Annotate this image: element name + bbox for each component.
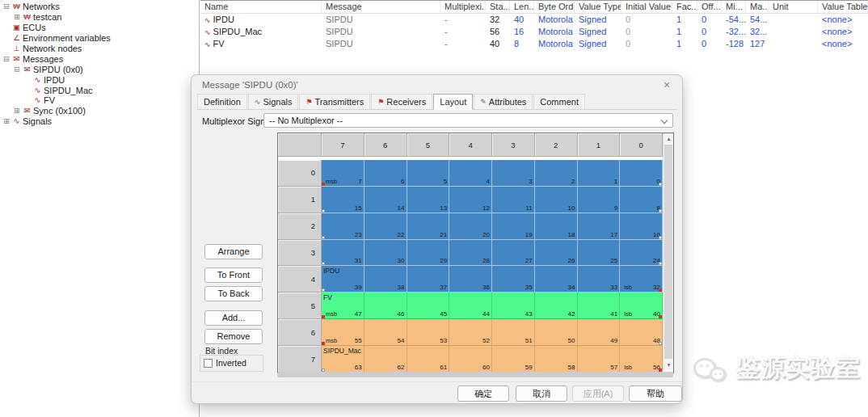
bit-cell-35[interactable]: 35: [492, 266, 535, 293]
bit-cell-7[interactable]: msb7: [322, 160, 364, 187]
ok-button[interactable]: 确定: [457, 385, 509, 402]
tree-item-environment-variables[interactable]: ∠Environment variables: [0, 33, 199, 44]
bit-cell-12[interactable]: 12: [449, 187, 492, 213]
bit-cell-20[interactable]: 20: [449, 213, 492, 240]
bit-cell-34[interactable]: 34: [535, 266, 578, 293]
tree-item-network-nodes[interactable]: ⊥Network nodes: [0, 44, 199, 54]
help-button[interactable]: 帮助: [629, 385, 682, 402]
remove-button[interactable]: Remove: [204, 329, 263, 344]
multiplexor-select[interactable]: -- No Multiplexor --: [263, 113, 673, 128]
bit-cell-56[interactable]: lsb56: [620, 346, 663, 373]
arrange-button[interactable]: Arrange: [204, 244, 263, 259]
bit-cell-19[interactable]: 19: [492, 213, 535, 240]
bit-cell-49[interactable]: 49: [578, 319, 621, 346]
scrollbar-thumb[interactable]: [277, 372, 673, 377]
bit-cell-50[interactable]: 50: [535, 319, 578, 346]
bit-cell-5[interactable]: 5: [407, 160, 450, 187]
bit-cell-36[interactable]: 36: [449, 266, 492, 293]
tab-signals[interactable]: ∿Signals: [248, 94, 299, 109]
bit-cell-28[interactable]: 28: [449, 240, 492, 267]
bit-cell-13[interactable]: 13: [407, 187, 450, 213]
tree-item-sync-0x100[interactable]: ⊞✉Sync (0x100): [0, 106, 199, 116]
bit-cell-16[interactable]: 16: [620, 213, 663, 240]
bit-cell-29[interactable]: 29: [407, 240, 450, 267]
column-header-initial-value[interactable]: Initial Value: [622, 1, 672, 13]
tree-item-ecus[interactable]: ▣ECUs: [0, 23, 199, 33]
bit-cell-11[interactable]: 11: [492, 187, 535, 213]
bit-cell-43[interactable]: 43: [492, 293, 535, 319]
bit-cell-47[interactable]: FVmsb47: [322, 293, 364, 319]
column-header-mi[interactable]: Mi...: [722, 1, 746, 13]
bit-cell-45[interactable]: 45: [407, 293, 450, 319]
bit-cell-39[interactable]: IPDU39: [322, 266, 364, 293]
bit-cell-26[interactable]: 26: [535, 240, 578, 267]
bit-cell-60[interactable]: 60: [449, 346, 492, 373]
bit-cell-52[interactable]: 52: [449, 319, 492, 346]
tree-item-ipdu[interactable]: ∿IPDU: [0, 74, 199, 85]
column-header-unit[interactable]: Unit: [769, 1, 818, 13]
bit-cell-18[interactable]: 18: [535, 213, 578, 240]
bit-cell-15[interactable]: 15: [322, 187, 364, 213]
tree-item-messages[interactable]: ⊟✉Messages: [0, 53, 199, 64]
tree-item-sipdu-0x0[interactable]: ⊟✉SIPDU (0x0): [0, 64, 199, 74]
bit-cell-53[interactable]: 53: [407, 319, 450, 346]
column-header-name[interactable]: Name: [200, 1, 322, 13]
bit-cell-37[interactable]: 37: [407, 266, 450, 293]
expander-icon[interactable]: ⊟: [2, 2, 11, 11]
bit-cell-25[interactable]: 25: [578, 240, 621, 267]
bit-cell-30[interactable]: 30: [364, 240, 407, 267]
bit-cell-58[interactable]: 58: [535, 346, 578, 373]
bit-cell-6[interactable]: 6: [364, 160, 407, 187]
bit-cell-41[interactable]: 41: [578, 293, 621, 319]
bit-cell-31[interactable]: 31: [322, 240, 364, 267]
tab-comment[interactable]: Comment: [533, 94, 585, 109]
bit-cell-38[interactable]: 38: [364, 266, 407, 293]
bit-cell-55[interactable]: msb55: [322, 319, 364, 346]
tab-attributes[interactable]: ✎Attributes: [474, 94, 533, 109]
bit-cell-2[interactable]: 2: [535, 160, 578, 187]
bit-cell-24[interactable]: 24: [620, 240, 663, 267]
bit-cell-59[interactable]: 59: [492, 346, 535, 373]
add-button[interactable]: Add...: [204, 310, 263, 326]
column-header-fac[interactable]: Fac...: [672, 1, 697, 13]
table-row-fv[interactable]: ∿FVSIPDU-408MotorolaSigned010-128127<non…: [200, 38, 868, 50]
bit-cell-4[interactable]: 4: [449, 160, 492, 187]
bit-cell-8[interactable]: 8: [620, 187, 663, 213]
column-header-byte-order[interactable]: Byte Order: [534, 1, 575, 13]
expander-icon[interactable]: ⊟: [12, 65, 22, 74]
bit-cell-10[interactable]: 10: [535, 187, 578, 213]
scrollbar-thumb[interactable]: [664, 145, 672, 359]
scroll-down-icon[interactable]: ▼: [664, 360, 674, 370]
column-header-off[interactable]: Off...: [697, 1, 722, 13]
column-header-ma[interactable]: Ma...: [746, 1, 769, 13]
grid-vertical-scrollbar[interactable]: ▲ ▼: [663, 133, 673, 370]
column-header-value-type[interactable]: Value Type: [575, 1, 622, 13]
to-front-button[interactable]: To Front: [204, 267, 263, 283]
tree-item-sipdu-mac[interactable]: ∿SIPDU_Mac: [0, 85, 199, 95]
grid-horizontal-scrollbar[interactable]: [277, 372, 673, 377]
to-back-button[interactable]: To Back: [204, 286, 263, 301]
bit-cell-40[interactable]: lsb40: [620, 293, 663, 319]
bit-cell-51[interactable]: 51: [492, 319, 535, 346]
expander-icon[interactable]: ⊞: [12, 12, 22, 22]
scroll-up-icon[interactable]: ▲: [664, 133, 674, 144]
bit-cell-48[interactable]: 48: [620, 319, 663, 346]
tree-item-networks[interactable]: ⊟₩Networks: [0, 2, 199, 12]
tab-transmitters[interactable]: ⚑Transmitters: [299, 94, 370, 109]
bit-cell-17[interactable]: 17: [578, 213, 621, 240]
bit-cell-44[interactable]: 44: [449, 293, 492, 319]
bit-cell-61[interactable]: 61: [407, 346, 450, 373]
column-header-len[interactable]: Len...: [510, 1, 534, 13]
column-header-value-table[interactable]: Value Table: [818, 1, 868, 13]
bit-cell-14[interactable]: 14: [364, 187, 407, 213]
tree-item-signals[interactable]: ⊞∿Signals: [0, 116, 199, 127]
bit-cell-33[interactable]: 33: [578, 266, 621, 293]
bit-cell-57[interactable]: 57: [578, 346, 621, 373]
column-header-sta[interactable]: Sta...: [486, 1, 510, 13]
column-header-message[interactable]: Message: [322, 1, 440, 13]
cancel-button[interactable]: 取消: [516, 385, 567, 402]
tree-item-testcan[interactable]: ⊞₩testcan: [0, 12, 199, 23]
bit-cell-1[interactable]: 1: [578, 160, 621, 187]
bit-cell-3[interactable]: 3: [492, 160, 535, 187]
bit-cell-23[interactable]: 23: [322, 213, 364, 240]
